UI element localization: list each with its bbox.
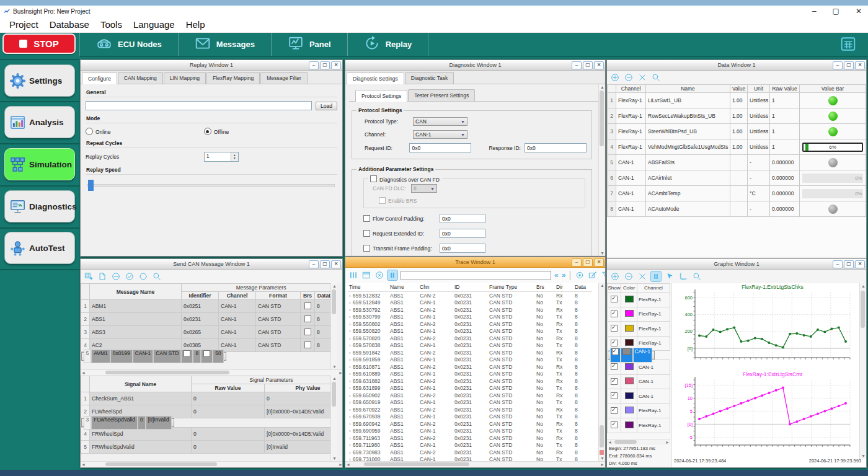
trace-row[interactable]: ›659.631882 ABS1CAN-20x0231CAN STDNoRx8: [348, 377, 592, 385]
maximize-icon[interactable]: ▢: [320, 260, 330, 268]
minus-circle-icon[interactable]: [624, 73, 634, 82]
trace-row[interactable]: ›659.591859 ABS1CAN-10x0231CAN STDNoTx8: [348, 356, 592, 364]
diagnostic-tab-diagnostic-settings[interactable]: Diagnostic Settings: [347, 73, 404, 84]
menu-help[interactable]: Help: [180, 18, 211, 31]
expand-icon[interactable]: ›: [349, 364, 351, 370]
search-icon[interactable]: [692, 271, 702, 281]
column-header-brs[interactable]: Brs: [301, 292, 315, 300]
scroll-right-icon[interactable]: ►: [339, 462, 343, 467]
graphic-window-titlebar[interactable]: Graphic Window 1 – ▢ ✕: [607, 259, 866, 270]
grid-add-icon[interactable]: [84, 271, 94, 281]
show-checkbox[interactable]: [611, 340, 618, 346]
data-row[interactable]: 6 CAN-1ACAirInlet-0.000000 0%: [608, 170, 866, 186]
x-icon[interactable]: [637, 73, 647, 82]
signal-row[interactable]: 1 CheckSum_ABS100: [81, 392, 331, 405]
data-row[interactable]: 2 FlexRay-1RowSecLeWakupBtnSts_UB1.00Uni…: [608, 108, 866, 124]
minimize-icon[interactable]: –: [309, 260, 319, 268]
replay-tab-flexray-mapping[interactable]: FlexRay Mapping: [206, 72, 260, 84]
expand-icon[interactable]: ›: [349, 407, 351, 413]
trace-row[interactable]: ›659.730983 ABS1CAN-20x0231CAN STDNoRx8: [348, 449, 592, 456]
column-header-unit[interactable]: Unit: [748, 85, 770, 93]
slider-thumb[interactable]: [88, 180, 94, 191]
axes-icon[interactable]: [678, 271, 688, 281]
channel-row[interactable]: FlexRay-1: [608, 322, 670, 337]
scroll-right-icon[interactable]: ►: [665, 439, 670, 445]
scroll-down-icon[interactable]: ▼: [861, 453, 866, 459]
scroll-left-icon[interactable]: ◄: [346, 462, 350, 467]
minimize-icon[interactable]: –: [833, 260, 843, 268]
expand-icon[interactable]: ›: [349, 457, 351, 461]
window-icon[interactable]: [361, 270, 371, 280]
channel-row[interactable]: FlexRay-1: [608, 418, 670, 433]
prev-match-icon[interactable]: «: [554, 272, 559, 278]
replay-cycles-stepper[interactable]: 1 ▲ ▼: [204, 152, 239, 162]
sidebar-item-settings[interactable]: Settings: [4, 64, 75, 97]
show-checkbox[interactable]: [611, 392, 618, 399]
show-checkbox[interactable]: [611, 311, 618, 317]
param-input[interactable]: [440, 244, 485, 253]
offline-radio[interactable]: Offline: [204, 128, 229, 135]
expand-icon[interactable]: ›: [349, 393, 351, 399]
trace-row[interactable]: ›659.591842 ABS1CAN-20x0231CAN STDNoRx8: [348, 349, 592, 356]
menu-tools[interactable]: Tools: [95, 18, 128, 31]
radio-icon[interactable]: [86, 128, 93, 135]
minimize-icon[interactable]: –: [572, 61, 582, 69]
scroll-right-icon[interactable]: ►: [600, 462, 604, 467]
protocol-type-select[interactable]: CAN▼: [413, 117, 467, 126]
column-header-color[interactable]: Color: [621, 284, 637, 293]
trace-row[interactable]: ›659.610871 ABS1CAN-20x0231CAN STDNoRx8: [348, 363, 592, 371]
minimize-icon[interactable]: –: [309, 61, 319, 69]
trace-hscroll[interactable]: ◄ ►: [345, 461, 605, 467]
menu-language[interactable]: Language: [128, 18, 180, 31]
data-row[interactable]: 8 CAN-1ACAutoMode-0.000000: [608, 201, 866, 217]
column-header-identifier[interactable]: Identifier: [182, 292, 219, 300]
color-swatch[interactable]: [625, 407, 634, 413]
request-id-input[interactable]: [409, 143, 471, 152]
expand-icon[interactable]: ›: [349, 357, 351, 363]
show-checkbox[interactable]: [611, 378, 618, 385]
trace-row[interactable]: ›659.731000 ABS1CAN-10x0231CAN STDNoTx8: [348, 456, 592, 462]
plus-circle-icon[interactable]: [610, 73, 620, 82]
close-icon[interactable]: ✕: [594, 258, 604, 267]
next-match-icon[interactable]: »: [562, 272, 566, 278]
column-header-channel[interactable]: Channel: [616, 85, 646, 93]
transmit-frame-padding-checkbox[interactable]: [363, 245, 370, 252]
data-window-titlebar[interactable]: Data Window 1 – ▢ ✕: [607, 60, 866, 71]
expand-icon[interactable]: ›: [349, 343, 351, 348]
expand-icon[interactable]: ›: [349, 371, 351, 377]
close-icon[interactable]: ✕: [331, 260, 341, 268]
minimize-icon[interactable]: –: [572, 258, 582, 267]
brs-checkbox[interactable]: [304, 342, 311, 348]
column-header-name[interactable]: Name: [389, 283, 418, 292]
show-checkbox[interactable]: [611, 363, 618, 370]
show-checkbox[interactable]: [611, 421, 618, 428]
color-swatch[interactable]: [625, 363, 634, 370]
column-header-raw-value[interactable]: Raw Value: [770, 85, 800, 93]
show-checkbox[interactable]: [612, 348, 619, 355]
circle-icon[interactable]: [138, 271, 148, 281]
channel-list-hscroll[interactable]: ◄ ►: [607, 439, 670, 445]
column-header-data[interactable]: Data: [574, 283, 592, 292]
check-circle-icon[interactable]: [125, 271, 135, 281]
signal-row[interactable]: 5 FRWheelSpdValid0[0]Invalid: [81, 441, 331, 454]
close-icon[interactable]: ✕: [856, 8, 862, 14]
toolbar-replay-button[interactable]: Replay: [348, 32, 429, 56]
trace-row[interactable]: ›659.530799 ABS1CAN-10x0231CAN STDNoTx8: [348, 314, 592, 321]
trace-row[interactable]: ›659.570820 ABS1CAN-20x0231CAN STDNoRx8: [348, 335, 592, 342]
toolbar-panel-button[interactable]: Panel: [272, 32, 348, 56]
color-swatch[interactable]: [625, 421, 634, 428]
search-icon[interactable]: [152, 271, 162, 281]
data-row[interactable]: 7 CAN-1ACAmbtTemp°C0.000000 0%: [608, 186, 866, 201]
trace-row[interactable]: ›659.690959 ABS1CAN-10x0231CAN STDNoTx8: [348, 428, 592, 435]
maximize-icon[interactable]: ▢: [844, 61, 854, 69]
trace-row[interactable]: ›659.631899 ABS1CAN-10x0231CAN STDNoTx8: [348, 385, 592, 392]
scroll-down-icon[interactable]: ▼: [332, 364, 337, 369]
column-header-name[interactable]: Name: [646, 85, 730, 93]
charts-vscroll[interactable]: ▲ ▼: [859, 283, 866, 459]
column-header-datalen[interactable]: DataLen: [315, 292, 331, 300]
expand-icon[interactable]: ›: [349, 386, 351, 391]
slider-track[interactable]: [87, 184, 335, 187]
replay-tab-message-filter[interactable]: Message Filter: [260, 72, 308, 84]
color-swatch[interactable]: [622, 348, 631, 355]
column-header-channel[interactable]: Channel: [637, 284, 670, 293]
